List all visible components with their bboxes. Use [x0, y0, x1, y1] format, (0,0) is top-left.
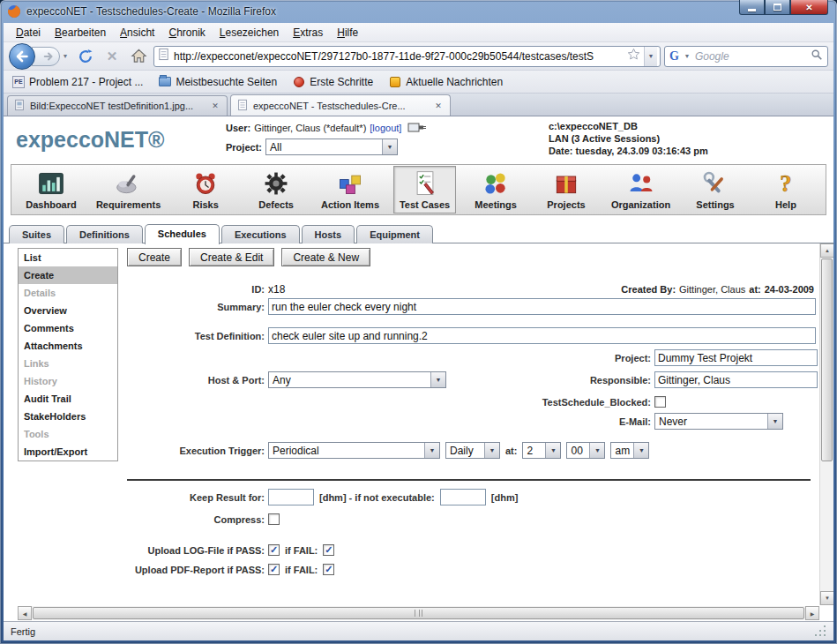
close-button[interactable]: ✕ [790, 0, 828, 15]
magnifier-icon[interactable] [811, 49, 823, 64]
toolbar-item-requirements[interactable]: Requirements [91, 167, 166, 213]
stop-button[interactable]: ✕ [101, 45, 123, 68]
chevron-down-icon[interactable] [382, 139, 397, 154]
chevron-down-icon[interactable] [589, 443, 604, 458]
sidebar-item-stakeholders[interactable]: StakeHolders [19, 408, 117, 425]
search-engine-icon[interactable]: G [669, 49, 679, 64]
menu-bearbeiten[interactable]: Bearbeiten [48, 24, 113, 41]
tab-executions[interactable]: Executions [221, 225, 300, 243]
url-dropdown-arrow[interactable]: ▼ [644, 47, 657, 66]
menu-hilfe[interactable]: Hilfe [330, 24, 365, 41]
url-input[interactable] [174, 50, 624, 63]
search-engine-dropdown-arrow[interactable]: ▼ [682, 53, 692, 59]
bookmark-erste-schritte[interactable]: Erste Schritte [293, 76, 373, 88]
tab-bild-testdefinition[interactable]: Bild:ExpeccoNET testDefinition1.jpg... [7, 95, 228, 116]
history-dropdown-arrow[interactable]: ▼ [60, 53, 71, 59]
horizontal-scrollbar[interactable]: ◀ ▶ [18, 606, 819, 620]
chevron-down-icon[interactable] [633, 443, 648, 458]
tab-definitions[interactable]: Definitions [66, 225, 143, 243]
toolbar-item-test-cases[interactable]: Test Cases [393, 166, 456, 213]
trigger-frequency-select[interactable]: Daily [445, 442, 500, 459]
toolbar-item-meetings[interactable]: Meetings [465, 167, 527, 213]
vertical-scroll-thumb[interactable] [821, 258, 833, 461]
keep-result-input[interactable] [268, 489, 314, 505]
search-input[interactable] [695, 50, 808, 63]
tab-schedules[interactable]: Schedules [145, 224, 220, 244]
trigger-hour-select[interactable]: 2 [522, 442, 561, 459]
tab-suites[interactable]: Suites [9, 225, 64, 243]
scroll-down-arrow[interactable]: ▼ [820, 591, 833, 605]
chevron-down-icon[interactable] [767, 414, 782, 429]
sidebar-item-create[interactable]: Create [19, 266, 117, 284]
forward-button[interactable] [32, 47, 60, 66]
project-select[interactable]: All [265, 139, 398, 155]
back-button[interactable] [9, 43, 35, 70]
maximize-button[interactable] [765, 0, 790, 15]
scroll-right-arrow[interactable]: ▶ [805, 606, 819, 620]
vertical-scrollbar[interactable]: ▲ ▼ [819, 243, 833, 605]
bookmark-problem-217[interactable]: PE Problem 217 - Project ... [12, 76, 143, 88]
resize-grip[interactable] [815, 625, 826, 637]
not-executable-input[interactable] [440, 489, 486, 505]
responsible-input[interactable] [654, 371, 818, 388]
create-button[interactable]: Create [127, 248, 182, 266]
log-pass-checkbox[interactable]: ✓ [268, 544, 280, 556]
email-select[interactable]: Never [654, 413, 783, 430]
toolbar-item-dashboard[interactable]: Dashboard [20, 167, 82, 213]
menu-datei[interactable]: Datei [9, 24, 48, 41]
trigger-type-select[interactable]: Periodical [268, 442, 440, 459]
create-and-edit-button[interactable]: Create & Edit [189, 248, 274, 266]
email-row: E-Mail: Never [127, 413, 816, 431]
menu-ansicht[interactable]: Ansicht [113, 24, 161, 41]
menu-extras[interactable]: Extras [286, 24, 330, 41]
home-button[interactable] [127, 45, 150, 68]
sidebar-item-comments[interactable]: Comments [19, 319, 117, 337]
url-bar[interactable]: ▼ [153, 46, 661, 67]
menu-lesezeichen[interactable]: Lesezeichen [213, 24, 286, 41]
test-cases-icon [410, 169, 440, 198]
sidebar-item-import-export[interactable]: Import/Export [19, 443, 117, 461]
horizontal-scroll-thumb[interactable] [33, 607, 804, 619]
menu-chronik[interactable]: Chronik [161, 24, 212, 41]
chevron-down-icon[interactable] [484, 443, 499, 458]
chevron-down-icon[interactable] [545, 443, 560, 458]
scroll-up-arrow[interactable]: ▲ [820, 243, 833, 258]
sidebar-item-overview[interactable]: Overview [19, 302, 117, 319]
toolbar-item-help[interactable]: ? Help [755, 167, 817, 213]
search-box[interactable]: G ▼ [664, 46, 828, 67]
tab-close-icon[interactable] [209, 100, 221, 112]
bookmark-star-icon[interactable] [627, 48, 640, 64]
pdf-fail-checkbox[interactable]: ✓ [323, 564, 334, 575]
sidebar-item-list[interactable]: List [19, 249, 117, 266]
project-input[interactable] [654, 349, 818, 366]
toolbar-item-settings[interactable]: Settings [684, 167, 746, 213]
bookmark-aktuelle-nachrichten[interactable]: Aktuelle Nachrichten [389, 76, 503, 88]
refresh-button[interactable] [74, 45, 97, 68]
trigger-minute-select[interactable]: 00 [566, 442, 605, 459]
toolbar-item-action-items[interactable]: Action Items [316, 167, 385, 213]
toolbar-item-risks[interactable]: Risks [175, 167, 236, 213]
tab-expecconet-testschedules[interactable]: expeccoNET - Testschedules-Cre... [230, 94, 451, 116]
tab-hosts[interactable]: Hosts [302, 225, 355, 243]
trigger-ampm-select[interactable]: am [610, 442, 649, 459]
tab-equipment[interactable]: Equipment [356, 225, 433, 243]
summary-input[interactable] [268, 298, 816, 315]
toolbar-item-projects[interactable]: Projects [535, 167, 597, 213]
sidebar-item-attachments[interactable]: Attachments [19, 337, 117, 355]
logout-link[interactable]: [logout] [370, 123, 401, 133]
chevron-down-icon[interactable] [424, 443, 439, 458]
test-definition-input[interactable] [268, 327, 816, 344]
toolbar-item-defects[interactable]: Defects [245, 167, 307, 213]
toolbar-item-organization[interactable]: Organization [606, 167, 676, 213]
pdf-pass-checkbox[interactable]: ✓ [268, 564, 280, 575]
compress-checkbox[interactable] [268, 513, 280, 525]
log-fail-checkbox[interactable]: ✓ [323, 544, 334, 556]
scroll-left-arrow[interactable]: ◀ [18, 606, 32, 620]
bookmark-meistbesuchte-seiten[interactable]: Meistbesuchte Seiten [159, 76, 277, 88]
minimize-button[interactable] [739, 0, 765, 15]
sidebar-item-audit-trail[interactable]: Audit Trail [19, 390, 117, 408]
create-and-new-button[interactable]: Create & New [281, 248, 370, 266]
blocked-checkbox[interactable] [654, 396, 666, 408]
titlebar[interactable]: expeccoNET - Testschedules-Create - Mozi… [0, 0, 837, 23]
tab-close-icon[interactable] [432, 100, 445, 112]
